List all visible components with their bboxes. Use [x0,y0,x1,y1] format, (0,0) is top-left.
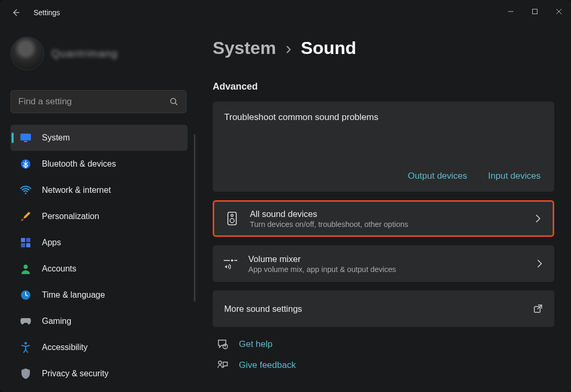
link-output-devices[interactable]: Output devices [408,171,467,181]
wifi-icon [20,184,31,196]
svg-rect-9 [26,243,30,247]
sidebar-item-label: Personalization [42,212,99,221]
row-description: Turn devices on/off, troubleshoot, other… [250,220,408,228]
svg-point-16 [231,259,233,262]
help-chat-icon: ? [217,339,228,350]
svg-point-14 [231,214,233,216]
sidebar-item-system[interactable]: System [10,125,188,151]
accessibility-icon [20,342,31,353]
avatar [10,37,44,70]
svg-point-5 [25,192,26,194]
shield-icon [20,368,31,379]
chevron-right-icon [536,259,543,268]
profile[interactable]: Quantrimang [10,37,188,70]
svg-point-1 [171,99,176,104]
back-button[interactable] [9,6,22,19]
row-volume-mixer[interactable]: Volume mixer App volume mix, app input &… [213,245,554,282]
close-button[interactable] [547,0,571,23]
sidebar-item-personalization[interactable]: Personalization [10,203,188,230]
link-get-help[interactable]: ? Get help [213,339,554,350]
nav-list: System Bluetooth & devices Network & int… [10,125,188,387]
svg-rect-7 [26,238,30,242]
apps-icon [20,237,31,248]
sidebar-item-accounts[interactable]: Accounts [10,256,188,282]
link-label: Get help [239,339,272,350]
search-icon [169,97,179,106]
sidebar: Quantrimang System Bluetooth & devices [10,37,188,387]
sidebar-item-privacy[interactable]: Privacy & security [10,361,188,387]
card-title: Troubleshoot common sound problems [224,112,543,123]
settings-window: Settings Quantrimang System [0,0,571,392]
sidebar-item-network[interactable]: Network & internet [10,177,188,203]
main-content: System › Sound Advanced Troubleshoot com… [213,38,554,371]
chevron-right-icon: › [285,38,291,58]
watermark-text: Quantrimang [51,48,118,60]
sidebar-item-label: Time & language [42,290,105,300]
bluetooth-icon [20,158,31,170]
scrollbar-track[interactable] [194,134,195,302]
sidebar-item-label: Accounts [42,264,76,274]
speaker-icon [224,210,240,227]
person-icon [20,263,31,275]
row-description: App volume mix, app input & output devic… [248,265,396,274]
sidebar-item-bluetooth[interactable]: Bluetooth & devices [10,151,188,177]
row-title: More sound settings [224,304,302,314]
section-header-advanced: Advanced [213,81,554,92]
svg-rect-0 [533,9,537,14]
chevron-right-icon [535,214,541,223]
breadcrumb-parent[interactable]: System [213,38,276,58]
breadcrumb: System › Sound [213,38,554,58]
sidebar-item-label: System [42,133,70,143]
footer-links: ? Get help Give feedback [213,339,554,371]
sidebar-item-label: Privacy & security [42,369,108,378]
row-title: Volume mixer [248,254,396,264]
search-input[interactable] [10,90,186,113]
window-controls [499,0,571,23]
svg-text:?: ? [224,345,226,349]
mixer-icon [222,255,239,272]
row-all-sound-devices[interactable]: All sound devices Turn devices on/off, t… [213,200,554,237]
link-label: Give feedback [239,360,296,371]
link-input-devices[interactable]: Input devices [488,171,541,181]
monitor-icon [20,132,31,144]
row-more-settings[interactable]: More sound settings [213,290,554,327]
svg-point-20 [218,361,222,364]
gamepad-icon [20,315,31,327]
svg-point-10 [24,265,28,269]
sidebar-item-apps[interactable]: Apps [10,230,188,256]
paintbrush-icon [20,211,31,222]
breadcrumb-current: Sound [301,38,356,58]
svg-point-15 [230,219,234,223]
link-give-feedback[interactable]: Give feedback [213,360,554,371]
search-field[interactable] [18,96,169,107]
sidebar-item-label: Bluetooth & devices [42,159,116,169]
row-title: All sound devices [250,209,408,219]
svg-point-12 [25,342,27,345]
sidebar-item-label: Network & internet [42,186,111,195]
svg-rect-6 [21,238,25,242]
svg-rect-8 [21,243,25,247]
maximize-button[interactable] [523,0,547,23]
card-troubleshoot: Troubleshoot common sound problems Outpu… [213,102,554,192]
sidebar-item-label: Apps [42,238,61,247]
sidebar-item-label: Gaming [42,317,71,326]
open-external-icon [533,304,543,313]
sidebar-item-gaming[interactable]: Gaming [10,308,188,334]
header: Settings [0,0,60,25]
svg-rect-2 [20,134,31,140]
sidebar-item-time-language[interactable]: Time & language [10,282,188,308]
app-title: Settings [34,8,60,17]
sidebar-item-label: Accessibility [42,343,87,352]
clock-globe-icon [20,289,31,301]
svg-rect-3 [24,141,27,142]
feedback-icon [217,360,228,371]
sidebar-item-accessibility[interactable]: Accessibility [10,334,188,361]
minimize-button[interactable] [499,0,523,23]
